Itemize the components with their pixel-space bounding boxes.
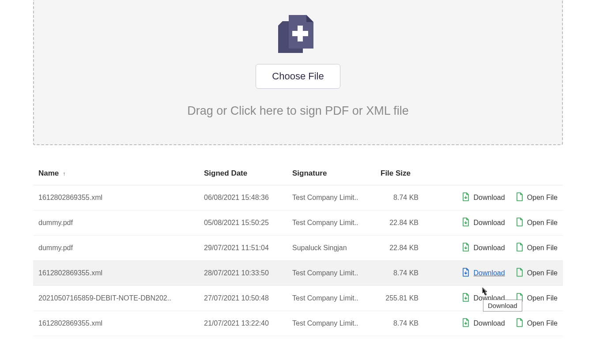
open-file-label: Open File — [527, 244, 558, 252]
file-download-icon — [462, 218, 470, 228]
table-row: 1612802869355.xml06/08/2021 15:48:36Test… — [33, 185, 563, 210]
file-download-icon — [462, 318, 470, 329]
column-header-signature[interactable]: Signature — [287, 163, 375, 185]
cell-actions: DownloadOpen File — [424, 286, 563, 311]
cell-signature: Test Company Limit.. — [287, 311, 375, 336]
download-link[interactable]: Download — [462, 243, 505, 253]
cell-actions: DownloadOpen File — [424, 210, 563, 236]
choose-file-button[interactable]: Choose File — [256, 64, 340, 89]
cell-actions: DownloadOpen File — [424, 311, 563, 336]
open-file-label: Open File — [527, 269, 558, 277]
cell-file-size: 8.74 KB — [375, 261, 424, 286]
table-row: dummy.pdf29/07/2021 11:51:04Supaluck Sin… — [33, 236, 563, 261]
cell-file-size: 8.74 KB — [375, 311, 424, 336]
open-file-link[interactable]: Open File — [516, 293, 558, 304]
open-file-link[interactable]: Open File — [516, 218, 558, 228]
cell-file-name: dummy.pdf — [33, 236, 199, 261]
column-header-signed-date[interactable]: Signed Date — [199, 163, 287, 185]
file-download-icon — [462, 192, 470, 203]
cell-file-size: 255.81 KB — [375, 286, 424, 311]
files-table: Name ↑ Signed Date Signature File Size 1… — [33, 163, 563, 336]
table-header-row: Name ↑ Signed Date Signature File Size — [33, 163, 563, 185]
download-label: Download — [473, 219, 505, 227]
cell-signature: Test Company Limit.. — [287, 210, 375, 236]
cell-signed-date: 28/07/2021 10:33:50 — [199, 261, 287, 286]
column-header-name-label: Name — [38, 169, 59, 177]
download-link[interactable]: Download — [462, 218, 505, 228]
file-download-icon — [462, 243, 470, 253]
download-link[interactable]: Download — [462, 293, 505, 304]
cell-actions: DownloadOpen File — [424, 185, 563, 210]
cell-file-name: 1612802869355.xml — [33, 311, 199, 336]
file-open-icon — [516, 243, 524, 253]
download-link[interactable]: Download — [462, 268, 505, 278]
cell-actions: DownloadOpen File — [424, 236, 563, 261]
file-download-icon — [462, 268, 470, 278]
cell-signed-date: 06/08/2021 15:48:36 — [199, 185, 287, 210]
cell-file-size: 22.84 KB — [375, 236, 424, 261]
upload-file-icon — [43, 13, 553, 57]
open-file-label: Open File — [527, 219, 558, 227]
table-row: 1612802869355.xml28/07/2021 10:33:50Test… — [33, 261, 563, 286]
cell-file-size: 8.74 KB — [375, 185, 424, 210]
cell-signature: Test Company Limit.. — [287, 286, 375, 311]
column-header-name[interactable]: Name ↑ — [33, 163, 199, 185]
column-header-file-size[interactable]: File Size — [375, 163, 424, 185]
download-link[interactable]: Download — [462, 318, 505, 329]
download-label: Download — [473, 194, 505, 202]
cell-signed-date: 27/07/2021 10:50:48 — [199, 286, 287, 311]
cell-signed-date: 21/07/2021 13:22:40 — [199, 311, 287, 336]
cell-file-name: 1612802869355.xml — [33, 185, 199, 210]
cell-actions: DownloadOpen File — [424, 261, 563, 286]
cell-file-name: 1612802869355.xml — [33, 261, 199, 286]
sort-ascending-icon: ↑ — [63, 170, 66, 177]
open-file-link[interactable]: Open File — [516, 268, 558, 278]
cell-signature: Test Company Limit.. — [287, 261, 375, 286]
table-row: 20210507165859-DEBIT-NOTE-DBN202..27/07/… — [33, 286, 563, 311]
table-row: dummy.pdf05/08/2021 15:50:25Test Company… — [33, 210, 563, 236]
file-open-icon — [516, 318, 524, 329]
download-label: Download — [473, 244, 505, 252]
open-file-link[interactable]: Open File — [516, 243, 558, 253]
open-file-label: Open File — [527, 294, 558, 302]
file-open-icon — [516, 268, 524, 278]
download-label: Download — [473, 269, 505, 277]
file-open-icon — [516, 218, 524, 228]
open-file-label: Open File — [527, 319, 558, 327]
download-link[interactable]: Download — [462, 192, 505, 203]
svg-rect-1 — [292, 31, 308, 36]
open-file-link[interactable]: Open File — [516, 318, 558, 329]
download-label: Download — [473, 294, 505, 302]
cell-file-size: 22.84 KB — [375, 210, 424, 236]
cell-file-name: 20210507165859-DEBIT-NOTE-DBN202.. — [33, 286, 199, 311]
column-header-actions — [424, 163, 563, 185]
file-open-icon — [516, 293, 524, 304]
cell-signed-date: 29/07/2021 11:51:04 — [199, 236, 287, 261]
file-download-icon — [462, 293, 470, 304]
open-file-label: Open File — [527, 194, 558, 202]
cell-signed-date: 05/08/2021 15:50:25 — [199, 210, 287, 236]
open-file-link[interactable]: Open File — [516, 192, 558, 203]
cell-file-name: dummy.pdf — [33, 210, 199, 236]
cell-signature: Supaluck Singjan — [287, 236, 375, 261]
dropzone-instruction-text: Drag or Click here to sign PDF or XML fi… — [43, 104, 553, 118]
table-row: 1612802869355.xml21/07/2021 13:22:40Test… — [33, 311, 563, 336]
file-open-icon — [516, 192, 524, 203]
file-dropzone[interactable]: Choose File Drag or Click here to sign P… — [33, 0, 563, 145]
download-label: Download — [473, 319, 505, 327]
cell-signature: Test Company Limit.. — [287, 185, 375, 210]
